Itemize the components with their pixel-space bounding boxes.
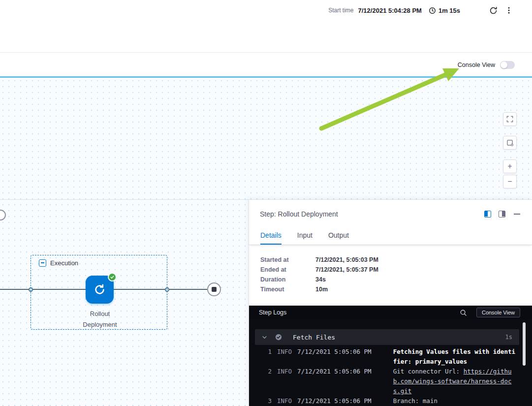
elapsed-duration: 1m 15s — [429, 7, 460, 14]
step-success-check-icon — [275, 334, 282, 341]
log-message-prefix: Git connector Url: — [393, 368, 464, 375]
log-line-2: 2 INFO 7/12/2021 5:05:06 PM Git connecto… — [255, 367, 519, 396]
tab-details[interactable]: Details — [260, 231, 282, 245]
log-line-1: 1 INFO 7/12/2021 5:05:06 PM Fetching Val… — [255, 347, 519, 367]
log-level: INFO — [277, 396, 292, 406]
elapsed-value: 1m 15s — [438, 7, 460, 14]
tab-input[interactable]: Input — [297, 231, 313, 245]
split-view-right-icon[interactable] — [499, 211, 505, 218]
detail-value-timeout: 10m — [315, 284, 532, 294]
step-node-label: Rollout Deployment — [57, 309, 143, 330]
console-view-toggle[interactable] — [500, 61, 515, 69]
offscreen-node-stub — [0, 210, 6, 220]
chevron-down-icon[interactable] — [262, 335, 267, 340]
log-timestamp: 7/12/2021 5:05:06 PM — [297, 347, 372, 357]
detail-label-duration: Duration — [260, 275, 315, 284]
log-group-duration: 1s — [505, 334, 512, 341]
fullscreen-button[interactable] — [503, 112, 517, 126]
log-line-number: 1 — [267, 347, 272, 357]
step-logs-header: Step Logs Console View — [249, 306, 532, 319]
log-timestamp: 7/12/2021 5:05:06 PM — [297, 367, 372, 376]
pipeline-execution-screen: Start time 7/12/2021 5:04:28 PM 1m 15s — [0, 0, 532, 406]
more-options-button[interactable] — [503, 5, 514, 16]
step-logs-section: Step Logs Console View Fetch Files 1s — [249, 306, 532, 406]
fit-to-screen-button[interactable] — [503, 136, 517, 150]
success-badge-icon — [108, 273, 117, 281]
start-time-label: Start time — [328, 7, 353, 14]
detail-value-ended-at: 7/12/2021, 5:05:37 PM — [315, 265, 532, 275]
log-timestamp: 7/12/2021 5:05:06 PM — [297, 396, 372, 406]
log-viewer[interactable]: Fetch Files 1s 1 INFO 7/12/2021 5:05:06 … — [249, 319, 532, 406]
fit-to-screen-icon — [506, 139, 513, 146]
rollout-deployment-step-node[interactable] — [86, 276, 114, 304]
log-line-number: 2 — [267, 367, 272, 376]
log-message: Fetching Values files with identifier: p… — [393, 347, 517, 367]
log-lines: 1 INFO 7/12/2021 5:05:06 PM Fetching Val… — [255, 347, 519, 406]
tab-output[interactable]: Output — [328, 231, 349, 245]
minimize-panel-icon[interactable] — [514, 214, 520, 215]
logs-console-view-button[interactable]: Console View — [476, 308, 520, 317]
execution-group-header: Execution — [39, 259, 78, 267]
detail-value-started-at: 7/12/2021, 5:05:03 PM — [315, 255, 532, 265]
split-view-left-icon[interactable] — [484, 211, 491, 218]
clock-icon — [429, 7, 436, 14]
console-view-label: Console View — [458, 62, 495, 68]
step-node-label-line1: Rollout — [57, 309, 143, 319]
log-message: Branch: main — [393, 396, 517, 406]
refresh-button[interactable] — [488, 5, 499, 16]
log-line-3: 3 INFO 7/12/2021 5:05:06 PM Branch: main — [255, 396, 519, 406]
log-scrollbar-thumb[interactable] — [523, 322, 526, 366]
log-group-name: Fetch Files — [293, 334, 335, 341]
step-details-panel: Step: Rollout Deployment Details Input O… — [249, 199, 532, 406]
top-header: Start time 7/12/2021 5:04:28 PM 1m 15s — [0, 0, 532, 53]
collapse-group-icon[interactable] — [39, 259, 46, 267]
log-level: INFO — [277, 347, 292, 357]
toggle-knob — [501, 62, 507, 68]
step-logs-title: Step Logs — [259, 309, 460, 316]
detail-label-ended-at: Ended at — [260, 265, 315, 275]
log-line-number: 3 — [267, 396, 272, 406]
zoom-in-button[interactable]: + — [503, 159, 517, 173]
detail-value-duration: 34s — [315, 275, 532, 284]
log-group-fetch-files[interactable]: Fetch Files 1s — [255, 329, 519, 345]
refresh-icon — [489, 6, 498, 15]
step-details-table: Started at 7/12/2021, 5:05:03 PM Ended a… — [249, 245, 532, 294]
detail-label-timeout: Timeout — [260, 284, 315, 294]
console-view-bar: Console View — [0, 53, 532, 78]
panel-header: Step: Rollout Deployment — [249, 200, 532, 228]
panel-title: Step: Rollout Deployment — [260, 210, 484, 218]
log-message: Git connector Url: https://github.com/wi… — [393, 367, 517, 396]
stop-icon — [212, 287, 217, 292]
log-level: INFO — [277, 367, 292, 376]
search-logs-icon[interactable] — [460, 309, 468, 316]
rollout-icon — [93, 283, 106, 296]
execution-group-label: Execution — [50, 259, 78, 267]
fullscreen-icon — [506, 116, 513, 123]
header-meta: Start time 7/12/2021 5:04:28 PM 1m 15s — [328, 5, 514, 16]
panel-tabs: Details Input Output — [249, 228, 532, 245]
start-time-value: 7/12/2021 5:04:28 PM — [358, 7, 422, 14]
step-node-label-line2: Deployment — [57, 319, 143, 330]
detail-label-started-at: Started at — [260, 255, 315, 265]
zoom-out-button[interactable]: − — [503, 175, 517, 188]
kebab-menu-icon — [505, 6, 513, 14]
pipeline-end-node — [207, 282, 221, 296]
